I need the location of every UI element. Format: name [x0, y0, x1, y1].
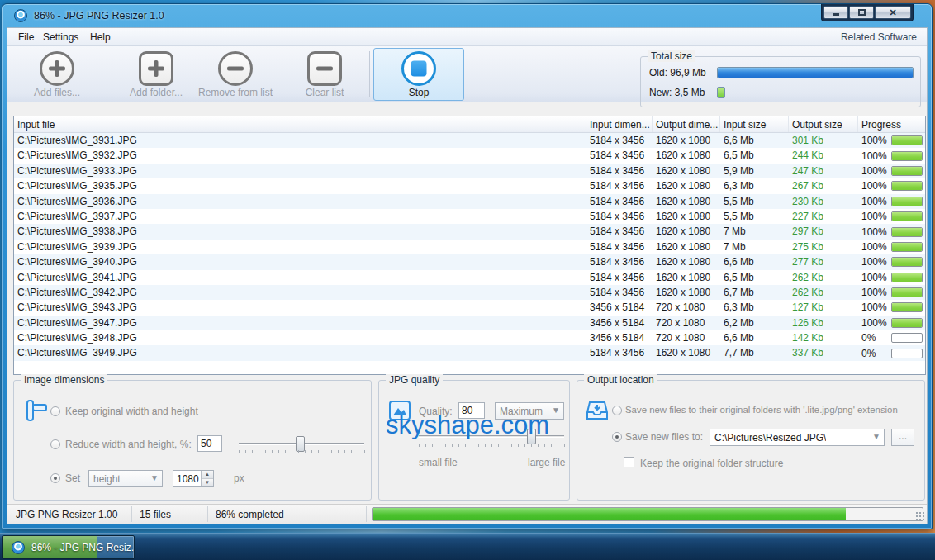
row-progress-bar [891, 349, 923, 358]
add-files-label: Add files... [16, 87, 98, 98]
spin-up-icon[interactable]: ▲ [202, 471, 213, 479]
cell-input-size: 6,2 Mb [720, 316, 789, 330]
save-path-combo[interactable]: C:\Pictures\Resized JPG\▼ [710, 429, 885, 446]
save-original-folders-radio[interactable] [612, 406, 622, 415]
row-progress-bar [891, 333, 923, 343]
row-progress-bar [891, 287, 923, 297]
cell-input-size: 6,6 Mb [720, 133, 789, 148]
table-row[interactable]: C:\Pictures\IMG_3931.JPG5184 x 34561620 … [14, 133, 925, 148]
column-input-size[interactable]: Input size [720, 116, 789, 132]
reduce-slider-track[interactable] [239, 443, 364, 445]
table-row[interactable]: C:\Pictures\IMG_3935.JPG5184 x 34561620 … [14, 178, 925, 193]
add-files-icon [40, 51, 74, 86]
image-dimensions-group: Image dimensions Keep original width and… [13, 380, 372, 501]
table-row[interactable]: C:\Pictures\IMG_3938.JPG5184 x 34561620 … [14, 224, 925, 239]
cell-output-size: 227 Kb [789, 209, 858, 224]
cell-progress: 100% [858, 240, 924, 254]
set-dimension-select[interactable]: height▼ [88, 470, 163, 487]
status-file-count: 15 files [140, 509, 171, 520]
reduce-percent-label: Reduce width and height, %: [65, 439, 192, 450]
column-input-dimensions[interactable]: Input dimen... [586, 116, 653, 132]
reduce-percent-input[interactable] [197, 435, 222, 452]
minimize-button[interactable] [823, 6, 848, 19]
table-row[interactable]: C:\Pictures\IMG_3939.JPG5184 x 34561620 … [14, 240, 925, 254]
reduce-percent-radio[interactable] [50, 439, 60, 449]
column-output-size[interactable]: Output size [789, 116, 858, 132]
set-dimension-radio[interactable] [50, 473, 60, 483]
table-row[interactable]: C:\Pictures\IMG_3932.JPG5184 x 34561620 … [14, 148, 925, 163]
toolbar-separator [369, 51, 370, 97]
cell-input-dimensions: 5184 x 3456 [586, 178, 653, 193]
remove-from-list-icon [218, 51, 253, 86]
column-output-dimensions[interactable]: Output dime... [653, 116, 720, 132]
table-row[interactable]: C:\Pictures\IMG_3941.JPG5184 x 34561620 … [14, 270, 925, 285]
set-value-spinner[interactable]: 1080 ▲▼ [173, 470, 214, 487]
menu-settings[interactable]: Settings [43, 31, 78, 43]
keep-original-radio[interactable] [50, 406, 60, 416]
file-table: Input file Input dimen... Output dime...… [13, 116, 926, 375]
table-row[interactable]: C:\Pictures\IMG_3948.JPG3456 x 5184720 x… [14, 330, 925, 345]
taskbar: 86% - JPG PNG Resiz... [0, 533, 935, 560]
output-location-title: Output location [584, 374, 657, 386]
cell-output-size: 127 Kb [789, 300, 858, 315]
table-row[interactable]: C:\Pictures\IMG_3947.JPG3456 x 5184720 x… [14, 316, 925, 330]
menu-help[interactable]: Help [90, 31, 111, 43]
large-file-label: large file [528, 457, 565, 468]
remove-from-list-button[interactable]: Remove from list [194, 49, 277, 100]
cell-progress: 100% [858, 194, 924, 209]
cell-input-file: C:\Pictures\IMG_3938.JPG [14, 224, 586, 239]
maximize-button[interactable] [849, 6, 874, 19]
cell-input-size: 6,5 Mb [720, 148, 789, 163]
keep-folder-structure-checkbox[interactable] [624, 457, 634, 467]
new-size-label: New: 3,5 Mb [649, 87, 705, 98]
cell-input-size: 5,9 Mb [720, 164, 789, 178]
table-row[interactable]: C:\Pictures\IMG_3943.JPG3456 x 5184720 x… [14, 300, 925, 315]
add-files-button[interactable]: Add files... [16, 49, 98, 100]
cell-input-dimensions: 5184 x 3456 [586, 194, 653, 209]
cell-input-file: C:\Pictures\IMG_3937.JPG [14, 209, 586, 224]
taskbar-app-icon [12, 541, 25, 554]
menu-related-software[interactable]: Related Software [841, 31, 917, 43]
table-row[interactable]: C:\Pictures\IMG_3937.JPG5184 x 34561620 … [14, 209, 925, 224]
table-row[interactable]: C:\Pictures\IMG_3949.JPG5184 x 34561620 … [14, 345, 925, 360]
clear-list-label: Clear list [283, 87, 366, 98]
chevron-down-icon: ▼ [872, 432, 880, 441]
browse-button[interactable]: ... [891, 429, 914, 446]
keep-folder-structure-label: Keep the original folder structure [640, 458, 783, 469]
title-bar[interactable]: 86% - JPG PNG Resizer 1.0 ✕ [2, 4, 932, 27]
close-button[interactable]: ✕ [875, 6, 911, 19]
cell-input-size: 5,5 Mb [720, 194, 789, 209]
cell-output-size: 244 Kb [789, 148, 858, 163]
cell-input-file: C:\Pictures\IMG_3947.JPG [14, 316, 586, 330]
table-row[interactable]: C:\Pictures\IMG_3936.JPG5184 x 34561620 … [14, 194, 925, 209]
menu-file[interactable]: File [18, 31, 34, 43]
table-row[interactable]: C:\Pictures\IMG_3942.JPG5184 x 34561620 … [14, 285, 925, 300]
stop-button[interactable]: Stop [377, 49, 460, 100]
table-row[interactable]: C:\Pictures\IMG_3940.JPG5184 x 34561620 … [14, 254, 925, 269]
cell-output-dimensions: 1620 x 1080 [653, 148, 720, 163]
watermark: skyshape.com [386, 411, 549, 440]
cell-progress: 100% [858, 285, 924, 300]
resize-grip[interactable] [915, 511, 925, 521]
cell-output-dimensions: 1620 x 1080 [653, 224, 720, 239]
status-bar: JPG PNG Resizer 1.00 15 files 86% comple… [7, 504, 927, 524]
column-progress[interactable]: Progress [858, 116, 924, 132]
save-to-radio[interactable] [612, 432, 622, 442]
clear-list-button[interactable]: Clear list [283, 49, 366, 100]
cell-output-size: 230 Kb [789, 194, 858, 209]
cell-input-dimensions: 5184 x 3456 [586, 224, 653, 239]
cell-output-size: 275 Kb [789, 240, 858, 254]
cell-input-file: C:\Pictures\IMG_3941.JPG [14, 270, 586, 285]
table-row[interactable]: C:\Pictures\IMG_3933.JPG5184 x 34561620 … [14, 164, 925, 178]
add-folder-button[interactable]: Add folder... [115, 49, 197, 100]
jpg-quality-group: JPG quality Quality: Maximum▼ small file… [378, 380, 570, 501]
cell-input-size: 6,3 Mb [720, 300, 789, 315]
taskbar-app-button[interactable]: 86% - JPG PNG Resiz... [2, 535, 135, 559]
cell-input-dimensions: 3456 x 5184 [586, 300, 653, 315]
spin-down-icon[interactable]: ▼ [202, 479, 213, 486]
total-size-group: Total size Old: 96,9 Mb New: 3,5 Mb [640, 56, 921, 107]
dimensions-icon [24, 399, 49, 422]
column-input-file[interactable]: Input file [14, 116, 586, 132]
window-title: 86% - JPG PNG Resizer 1.0 [34, 10, 164, 21]
cell-input-file: C:\Pictures\IMG_3940.JPG [14, 254, 586, 269]
